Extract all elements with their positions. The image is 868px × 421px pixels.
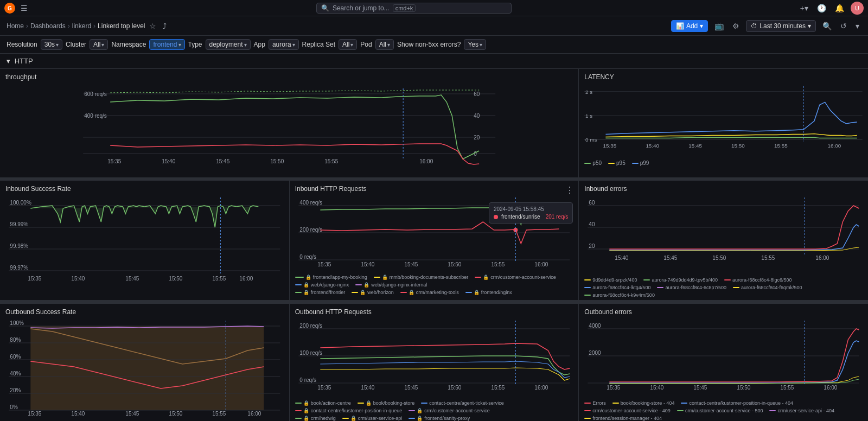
svg-text:16:00: 16:00 <box>247 411 261 417</box>
hamburger-menu-icon[interactable]: ☰ <box>18 3 30 14</box>
app-dropdown-icon: ▾ <box>292 42 295 48</box>
svg-text:15:55: 15:55 <box>774 143 788 149</box>
svg-text:15:50: 15:50 <box>731 143 745 149</box>
svg-text:16:00: 16:00 <box>419 158 433 164</box>
svg-text:15:40: 15:40 <box>650 385 664 391</box>
add-chart-icon: 📊 <box>676 22 684 30</box>
dashboard-grid: throughput 600 req/s 400 req/s 60 40 20 … <box>0 69 868 421</box>
home-link[interactable]: Home <box>7 22 24 30</box>
breadcrumb-sep-1: › <box>26 22 28 30</box>
cluster-select[interactable]: All ▾ <box>90 39 108 50</box>
svg-text:16:00: 16:00 <box>816 255 829 261</box>
zoom-out-icon[interactable]: 🔍 <box>820 21 834 31</box>
refresh-interval-icon[interactable]: ▾ <box>853 21 861 31</box>
clock-icon[interactable]: 🕐 <box>815 3 828 14</box>
inbound-http-legend-2: 🔒frontend/frontier 🔒web/horizon 🔒crm/mar… <box>295 290 573 295</box>
svg-text:4000: 4000 <box>589 323 602 329</box>
legend-inbound-err-1: 9d9dd4d9-srpzk/400 <box>584 277 637 283</box>
search-shortcut: cmd+k <box>393 4 416 12</box>
svg-text:15:55: 15:55 <box>324 158 338 164</box>
app-select[interactable]: aurora ▾ <box>269 39 299 50</box>
breadcrumb-sep-3: › <box>93 22 95 30</box>
legend-inbound-err-5: aurora-f68ccf8c4-6c8p7/500 <box>657 285 726 290</box>
linkerd-link[interactable]: linkerd <box>72 22 91 30</box>
svg-text:99.99%: 99.99% <box>10 221 28 227</box>
svg-text:16:00: 16:00 <box>824 385 838 391</box>
legend-out-err-errors: Errors <box>584 400 606 406</box>
add-button[interactable]: 📊 Add ▾ <box>671 20 708 32</box>
search-placeholder: Search or jump to... <box>333 4 390 12</box>
pod-label: Pod <box>360 41 372 48</box>
svg-text:60: 60 <box>474 91 480 97</box>
legend-out-http-3: contact-centre/agent-ticket-service <box>421 400 504 406</box>
show-errors-select[interactable]: Yes ▾ <box>464 39 486 50</box>
outbound-errors-legend: Errors book/booking-store - 404 contact-… <box>584 400 863 421</box>
pod-select[interactable]: All ▾ <box>375 39 394 50</box>
cluster-dropdown-icon: ▾ <box>101 42 104 48</box>
svg-text:400 req/s: 400 req/s <box>299 200 322 206</box>
legend-inbound-err-4: aurora-f68ccf8c4-lktg4/500 <box>584 285 650 290</box>
svg-text:16:00: 16:00 <box>534 385 548 391</box>
svg-text:15:45: 15:45 <box>125 411 139 417</box>
latency-title: LATENCY <box>584 73 863 81</box>
panel-menu-icon[interactable]: ⋮ <box>565 185 574 195</box>
outbound-http-legend-2: 🔒crm/hedwig 🔒crm/user-service-api 🔒front… <box>295 416 573 421</box>
svg-text:15:55: 15:55 <box>491 261 505 267</box>
user-avatar[interactable]: U <box>851 2 864 15</box>
show-errors-dropdown-icon: ▾ <box>480 42 482 48</box>
svg-text:15:55: 15:55 <box>762 255 775 261</box>
legend-item-web-django: 🔒web/django-nginx <box>295 282 349 288</box>
star-icon[interactable]: ☆ <box>147 21 158 31</box>
plus-icon[interactable]: +▾ <box>798 3 810 14</box>
resolution-select[interactable]: 30s ▾ <box>41 39 62 50</box>
svg-text:100.00%: 100.00% <box>10 200 31 206</box>
svg-text:100 req/s: 100 req/s <box>299 350 322 356</box>
type-select[interactable]: deployment ▾ <box>206 39 251 50</box>
outbound-http-title: Outbound HTTP Requests <box>295 308 573 316</box>
search-container[interactable]: 🔍 Search or jump to... cmd+k <box>316 3 512 14</box>
svg-text:80%: 80% <box>10 337 21 343</box>
bell-icon[interactable]: 🔔 <box>833 3 846 14</box>
settings-icon[interactable]: ⚙ <box>730 21 742 31</box>
refresh-icon[interactable]: ↺ <box>838 21 849 31</box>
legend-inbound-err-3: aurora-f68ccf8c4-8lgc6/500 <box>724 277 792 283</box>
legend-item-frontier: 🔒frontend/frontier <box>295 290 346 295</box>
search-bar[interactable]: 🔍 Search or jump to... cmd+k <box>316 3 512 14</box>
svg-text:15:35: 15:35 <box>317 385 331 391</box>
collapse-icon: ▾ <box>7 57 10 65</box>
svg-text:15:55: 15:55 <box>491 385 505 391</box>
legend-item-mmb: 🔒mmb/booking-documents-subscriber <box>374 275 469 280</box>
http-section-header[interactable]: ▾ HTTP <box>0 54 868 69</box>
legend-out-http-2: 🔒book/booking-store <box>358 400 415 406</box>
svg-text:15:45: 15:45 <box>689 143 703 149</box>
svg-text:15:40: 15:40 <box>361 261 374 267</box>
resolution-label: Resolution <box>7 41 37 48</box>
share-icon[interactable]: ⤴ <box>161 21 169 31</box>
svg-text:16:00: 16:00 <box>828 143 841 149</box>
legend-item-web-django-internal: 🔒web/django-nginx-internal <box>355 282 427 288</box>
top-bar: G ☰ 🔍 Search or jump to... cmd+k +▾ 🕐 🔔 … <box>0 0 868 16</box>
legend-item-nginx: 🔒frontend/nginx <box>465 290 512 295</box>
legend-inbound-err-2: aurora-749d9dd4d9-tpv5b/400 <box>643 277 718 283</box>
legend-p95: p95 <box>608 160 626 166</box>
svg-text:15:45: 15:45 <box>404 261 418 267</box>
svg-text:15:40: 15:40 <box>646 143 660 149</box>
svg-text:60%: 60% <box>10 354 21 360</box>
svg-text:15:40: 15:40 <box>615 255 629 261</box>
tv-mode-icon[interactable]: 📺 <box>712 21 726 31</box>
latency-chart: 2 s 1 s 0 ms 15:35 15:40 15:45 15:50 15:… <box>584 83 863 156</box>
namespace-select[interactable]: frontend ▾ <box>149 39 184 50</box>
outbound-http-chart: 200 req/s 100 req/s 0 req/s 15:35 15:40 … <box>295 318 573 397</box>
inbound-errors-chart: 60 40 20 15:40 15:45 15:50 15:55 16:00 <box>584 195 863 273</box>
svg-text:40: 40 <box>474 113 480 119</box>
replica-set-select[interactable]: All ▾ <box>339 39 357 50</box>
time-range-picker[interactable]: ⏱ Last 30 minutes ▾ <box>746 20 816 32</box>
outbound-success-rate-chart: 100% 80% 60% 40% 20% 0% 15:35 15:40 15:4… <box>5 318 284 418</box>
outbound-errors-title: Outbound errors <box>584 308 863 316</box>
cluster-label: Cluster <box>66 41 86 48</box>
inbound-errors-title: Inbound errors <box>584 185 863 193</box>
inbound-success-rate-title: Inbound Success Rate <box>5 185 284 193</box>
dashboards-link[interactable]: Dashboards <box>30 22 66 30</box>
svg-text:20: 20 <box>589 243 596 249</box>
tooltip-time: 2024-09-05 15:58:45 <box>494 206 568 212</box>
